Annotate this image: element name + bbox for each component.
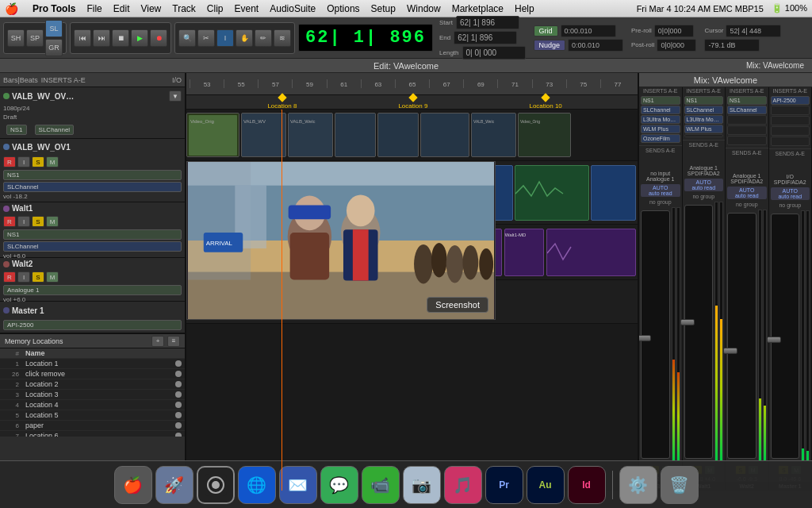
list-item[interactable]: 7 Location 6 [0, 431, 185, 437]
dock-safari[interactable]: 🌐 [238, 466, 276, 504]
rec-btn-ov1[interactable]: R [3, 156, 16, 167]
input-btn-walt1[interactable]: I [17, 216, 30, 227]
shuffle-btn[interactable]: SH [7, 29, 25, 47]
record-btn[interactable]: ⏺ [150, 29, 167, 47]
ch1-fader[interactable] [641, 210, 670, 459]
menu-track[interactable]: Track [172, 3, 196, 14]
mute-btn-ov1[interactable]: M [46, 156, 59, 167]
video-clip-4[interactable] [335, 113, 376, 157]
ch1-insert-slchannel[interactable]: SLChannel [641, 106, 680, 114]
insert-api-master[interactable]: API-2500 [3, 320, 182, 330]
video-clip-5[interactable] [377, 113, 419, 157]
list-item[interactable]: 6 paper [0, 421, 185, 431]
slip-btn[interactable]: SL [45, 20, 63, 37]
dock-premiere[interactable]: Pr [485, 466, 523, 504]
track-hide-btn[interactable]: ▼ [169, 90, 182, 102]
dock-mail[interactable]: ✉️ [279, 466, 317, 504]
ch4-auto[interactable]: AUTOauto read [771, 187, 810, 200]
ch1-insert-l3ultra[interactable]: L3Ultra Mo… [641, 115, 680, 124]
menu-audiosuite[interactable]: AudioSuite [270, 3, 316, 14]
end-counter[interactable]: 62| 1| 896 [454, 31, 517, 44]
list-item[interactable]: 26 click remove [0, 369, 185, 379]
marker-8[interactable]: Location 8 [267, 94, 297, 110]
list-item[interactable]: 5 Location 5 [0, 410, 185, 421]
dock-systemprefs[interactable]: ⚙️ [619, 466, 657, 504]
list-item[interactable]: 3 Location 3 [0, 390, 185, 400]
rec-btn-walt1[interactable]: R [3, 216, 16, 227]
nudge-value[interactable]: 0:00.010 [568, 39, 623, 52]
input-btn-walt2[interactable]: I [17, 271, 30, 283]
ch4-io[interactable]: I/OSPDIF/ADA2 [769, 173, 812, 186]
dock-finder[interactable]: 🍎 [114, 466, 152, 504]
fast-fwd-btn[interactable]: ⏭ [93, 29, 110, 47]
ch1-insert-ns1[interactable]: NS1 [641, 96, 680, 105]
dock-trash[interactable]: 🗑️ [661, 466, 699, 504]
ch2-insert-l3ultra[interactable]: L3Ultra Mo… [684, 115, 724, 124]
preroll-value[interactable]: 0|0|000 [654, 25, 694, 37]
video-clip-1[interactable]: Video_Orig [186, 113, 239, 157]
ch3-insert-slchannel[interactable]: SLChannel [727, 106, 767, 114]
mem-options-btn[interactable]: ≡ [167, 336, 180, 347]
marker-10[interactable]: Location 10 [529, 94, 561, 110]
menu-help[interactable]: Help [515, 3, 534, 14]
ch1-io[interactable]: no inputAnalogue 1 [639, 170, 682, 183]
timeline-ruler[interactable]: 53 55 57 59 61 63 65 67 69 71 73 75 77 [186, 73, 638, 95]
video-clip-3[interactable]: VALB_Welc [288, 113, 333, 157]
insert-ns1-ov1[interactable]: NS1 [3, 170, 182, 180]
ch2-auto[interactable]: AUTOauto read [684, 179, 724, 191]
insert-slchannel-ov1[interactable]: SLChannel [3, 182, 182, 192]
nudge-btn[interactable]: Nudge [534, 40, 566, 51]
ch4-fader[interactable] [771, 214, 800, 459]
ch3-fader[interactable] [727, 213, 756, 459]
ch1-auto[interactable]: AUTOauto read [641, 184, 680, 197]
trim-tool[interactable]: ✂ [197, 29, 215, 47]
insert-ns1-video[interactable]: NS1 [6, 125, 27, 135]
pencil-tool[interactable]: ✏ [255, 29, 272, 47]
insert-slchannel-walt1[interactable]: SLChannel [3, 241, 182, 252]
apple-logo[interactable]: 🍎 [5, 2, 18, 15]
dock-indesign[interactable]: Id [568, 466, 606, 504]
ch3-io[interactable]: Analogue 1SPDIF/ADA2 [726, 172, 768, 185]
menu-options[interactable]: Options [327, 3, 359, 14]
ov1-clip-6[interactable] [591, 165, 636, 221]
grabber-tool[interactable]: ✋ [236, 29, 253, 47]
input-btn-ov1[interactable]: I [17, 156, 30, 167]
main-counter[interactable]: 62| 1| 896 [298, 24, 433, 52]
menu-clip[interactable]: Clip [207, 3, 224, 14]
menu-event[interactable]: Event [235, 3, 259, 14]
ch2-insert-slchannel[interactable]: SLChannel [684, 106, 724, 114]
ov1-clip-5[interactable] [515, 165, 589, 221]
ch2-fader[interactable] [684, 205, 714, 459]
app-name[interactable]: Pro Tools [33, 3, 75, 14]
walt1-clip-6[interactable]: Walt1-MD [504, 229, 544, 276]
dock-itunesconnect[interactable]: 🎵 [444, 466, 482, 504]
dock-facetime[interactable]: 📹 [362, 466, 400, 504]
cursor-value[interactable]: 52| 4| 448 [726, 25, 781, 37]
walt1-clip-7[interactable] [546, 229, 636, 276]
grid-btn[interactable]: Grid [534, 25, 558, 37]
solo-btn-ov1[interactable]: S [32, 156, 44, 167]
mute-btn-walt2[interactable]: M [46, 271, 59, 283]
grid-mode-btn[interactable]: GR [45, 39, 63, 56]
menu-view[interactable]: View [140, 3, 161, 14]
dock-protools[interactable] [197, 466, 235, 504]
video-clip-2[interactable]: VALB_WV [241, 113, 286, 157]
list-item[interactable]: 2 Location 2 [0, 379, 185, 390]
ch4-fader-knob[interactable] [767, 337, 781, 343]
mute-btn-walt1[interactable]: M [46, 216, 59, 227]
dock-messages[interactable]: 💬 [320, 466, 358, 504]
dock-photos[interactable]: 📷 [403, 466, 441, 504]
ch2-fader-knob[interactable] [680, 319, 695, 325]
length-counter[interactable]: 0| 0| 000 [462, 46, 526, 60]
ch1-fader-knob[interactable] [639, 335, 651, 341]
list-item[interactable]: 4 Location 4 [0, 400, 185, 410]
scrub-tool[interactable]: ≋ [274, 29, 291, 47]
menu-marketplace[interactable]: Marketplace [452, 3, 504, 14]
rewind-btn[interactable]: ⏮ [74, 29, 91, 47]
ch2-insert-ns1[interactable]: NS1 [684, 96, 724, 105]
marker-9[interactable]: Location 9 [398, 94, 427, 110]
video-clip-6[interactable] [420, 113, 469, 157]
rec-btn-walt2[interactable]: R [3, 271, 16, 283]
ch2-insert-wlm[interactable]: WLM Plus [684, 125, 724, 133]
stop-btn[interactable]: ⏹ [112, 29, 129, 47]
